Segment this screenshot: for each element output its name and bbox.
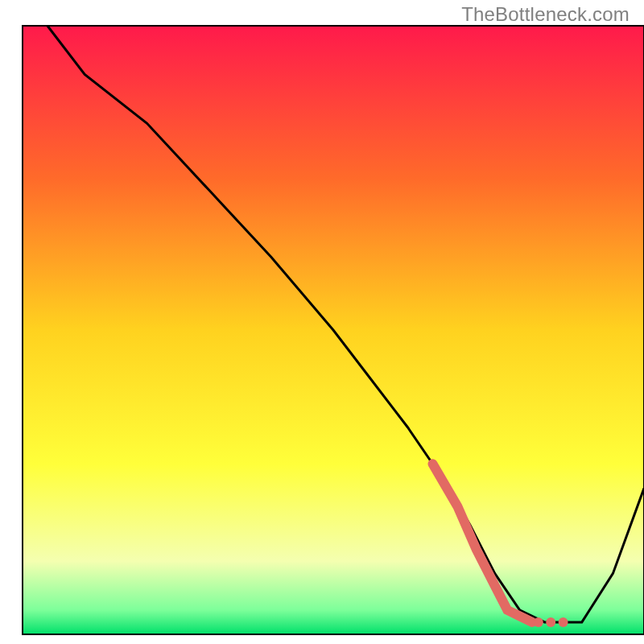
bottleneck-chart — [0, 0, 644, 644]
highlight-dots — [534, 617, 568, 627]
chart-stage: TheBottleneck.com — [0, 0, 644, 644]
highlight-dot — [534, 617, 543, 627]
highlight-dot — [546, 617, 555, 627]
watermark-text: TheBottleneck.com — [461, 3, 630, 26]
highlight-dot — [559, 617, 568, 627]
